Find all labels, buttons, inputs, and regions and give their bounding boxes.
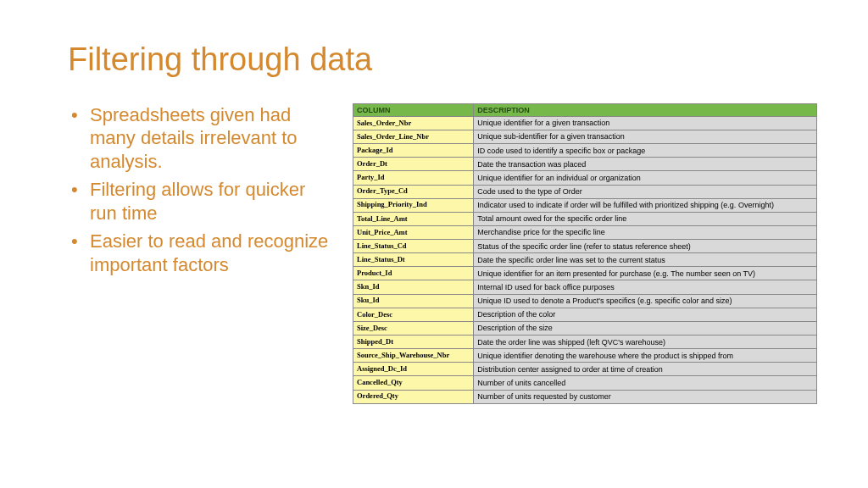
slide: Filtering through data Spreadsheets give… (0, 0, 868, 488)
table-row: Assigned_Dc_IdDistribution center assign… (353, 363, 817, 376)
column-name-cell: Skn_Id (353, 280, 474, 294)
column-name-cell: Party_Id (353, 171, 474, 185)
table-row: Sku_IdUnique ID used to denote a Product… (353, 294, 817, 308)
bullet-item: Filtering allows for quicker run time (68, 178, 331, 225)
column-name-cell: Cancelled_Qty (353, 376, 474, 390)
bullet-list: Spreadsheets given had many details irre… (68, 103, 331, 282)
column-name-cell: Line_Status_Cd (353, 240, 474, 253)
column-name-cell: Unit_Price_Amt (353, 225, 474, 239)
column-name-cell: Assigned_Dc_Id (353, 363, 474, 376)
table-row: Cancelled_QtyNumber of units cancelled (353, 376, 817, 390)
column-name-cell: Sales_Order_Line_Nbr (353, 130, 474, 143)
table-row: Party_IdUnique identifier for an individ… (353, 171, 817, 185)
description-cell: Number of units cancelled (474, 376, 817, 390)
slide-content: Spreadsheets given had many details irre… (68, 103, 817, 404)
column-name-cell: Order_Dt (353, 158, 474, 171)
description-cell: Unique sub-identifier for a given transa… (474, 130, 817, 143)
column-name-cell: Shipped_Dt (353, 336, 474, 349)
description-cell: Unique identifier denoting the warehouse… (474, 349, 817, 363)
column-name-cell: Source_Ship_Warehouse_Nbr (353, 349, 474, 363)
description-cell: ID code used to identify a specific box … (474, 144, 817, 158)
description-cell: Unique identifier for an item presented … (474, 267, 817, 280)
description-cell: Distribution center assigned to order at… (474, 363, 817, 376)
table-row: Ordered_QtyNumber of units requested by … (353, 390, 817, 403)
table-row: Line_Status_DtDate the specific order li… (353, 253, 817, 267)
description-cell: Description of the size (474, 321, 817, 335)
column-name-cell: Order_Type_Cd (353, 185, 474, 198)
column-name-cell: Shipping_Priority_Ind (353, 198, 474, 212)
table-header-column: COLUMN (353, 103, 474, 116)
description-cell: Date the order line was shipped (left QV… (474, 336, 817, 349)
description-cell: Date the transaction was placed (474, 158, 817, 171)
reference-table: COLUMN DESCRIPTION Sales_Order_NbrUnique… (353, 103, 817, 404)
column-name-cell: Total_Line_Amt (353, 212, 474, 225)
description-cell: Description of the color (474, 308, 817, 321)
slide-title: Filtering through data (68, 42, 817, 78)
table-row: Unit_Price_AmtMerchandise price for the … (353, 225, 817, 239)
table-row: Shipping_Priority_IndIndicator used to i… (353, 198, 817, 212)
table-row: Line_Status_CdStatus of the specific ord… (353, 240, 817, 253)
table-row: Shipped_DtDate the order line was shippe… (353, 336, 817, 349)
column-name-cell: Sku_Id (353, 294, 474, 308)
table-row: Package_IdID code used to identify a spe… (353, 144, 817, 158)
column-name-cell: Product_Id (353, 267, 474, 280)
table-row: Color_DescDescription of the color (353, 308, 817, 321)
column-name-cell: Sales_Order_Nbr (353, 116, 474, 130)
bullet-item: Spreadsheets given had many details irre… (68, 103, 331, 174)
table-row: Order_Type_CdCode used to the type of Or… (353, 185, 817, 198)
table-row: Size_DescDescription of the size (353, 321, 817, 335)
column-name-cell: Line_Status_Dt (353, 253, 474, 267)
table-row: Sales_Order_Line_NbrUnique sub-identifie… (353, 130, 817, 143)
column-description-table: COLUMN DESCRIPTION Sales_Order_NbrUnique… (353, 103, 817, 404)
column-name-cell: Size_Desc (353, 321, 474, 335)
description-cell: Unique identifier for an individual or o… (474, 171, 817, 185)
description-cell: Code used to the type of Order (474, 185, 817, 198)
table-row: Product_IdUnique identifier for an item … (353, 267, 817, 280)
column-name-cell: Color_Desc (353, 308, 474, 321)
column-name-cell: Package_Id (353, 144, 474, 158)
table-row: Skn_IdInternal ID used for back office p… (353, 280, 817, 294)
column-name-cell: Ordered_Qty (353, 390, 474, 403)
description-cell: Unique ID used to denote a Product's spe… (474, 294, 817, 308)
description-cell: Number of units requested by customer (474, 390, 817, 403)
description-cell: Unique identifier for a given transactio… (474, 116, 817, 130)
description-cell: Indicator used to indicate if order will… (474, 198, 817, 212)
table-row: Sales_Order_NbrUnique identifier for a g… (353, 116, 817, 130)
table-header-description: DESCRIPTION (474, 103, 817, 116)
description-cell: Total amount owed for the specific order… (474, 212, 817, 225)
description-cell: Status of the specific order line (refer… (474, 240, 817, 253)
description-cell: Merchandise price for the specific line (474, 225, 817, 239)
bullet-item: Easier to read and recognize important f… (68, 230, 331, 276)
description-cell: Internal ID used for back office purpose… (474, 280, 817, 294)
table-row: Source_Ship_Warehouse_NbrUnique identifi… (353, 349, 817, 363)
table-row: Order_DtDate the transaction was placed (353, 158, 817, 171)
description-cell: Date the specific order line was set to … (474, 253, 817, 267)
table-row: Total_Line_AmtTotal amount owed for the … (353, 212, 817, 225)
